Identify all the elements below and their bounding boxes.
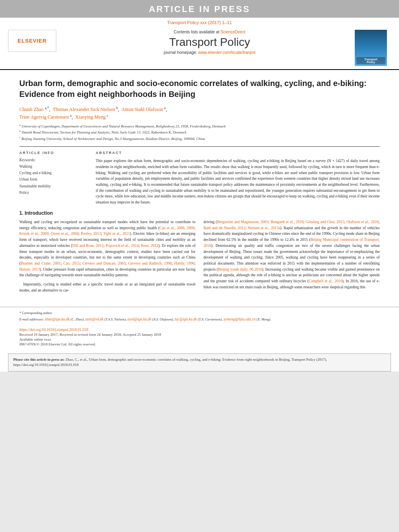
ref-bongardt[interactable]: Bongardt et al., 2010 — [271, 220, 304, 224]
contents-available: Contents lists available at ScienceDirec… — [68, 30, 351, 34]
email-nielsen[interactable]: tasn@vd.dk — [85, 317, 103, 321]
author-meng[interactable]: Xiaoying Meng — [75, 114, 106, 120]
ref-beijing-muni[interactable]: Beijing Municipal commission of Transpor… — [204, 238, 380, 248]
journal-issue: Transport Policy xxx (2017) 1–11 — [167, 20, 232, 25]
section-title-text: Introduction — [25, 210, 53, 216]
ref-pooley[interactable]: Pooley, 2013 — [81, 232, 101, 236]
email-meng[interactable]: xymeng@bjtu.edu.cn — [223, 317, 255, 321]
doi-area: https://doi.org/10.1016/j.tranpol.2018.0… — [0, 326, 399, 333]
intro-body: Walking and cycling are recognized as su… — [19, 219, 380, 297]
ref-campbell[interactable]: Campbell et al., 2016 — [309, 279, 342, 283]
header-area: ELSEVIER Contents lists available at Sci… — [0, 26, 399, 70]
homepage-text: journal homepage: — [164, 50, 198, 55]
ref-popovich[interactable]: Popovich et al., 2014 — [106, 244, 139, 248]
ref-rose[interactable]: Rose, 2012 — [141, 244, 158, 248]
citation-please: Please cite this article in press as: — [13, 357, 66, 362]
journal-cover-title: TransportPolicy — [356, 57, 385, 64]
contents-text: Contents lists available at — [174, 30, 220, 34]
col-article-info: ARTICLE INFO Keywords: Walking Cycling a… — [19, 151, 88, 205]
affiliation-b: b Danish Road Directorate, Section for P… — [19, 129, 380, 135]
ref-dill[interactable]: Dill and Rose, 2012 — [72, 244, 104, 248]
keyword-sustainable: Sustainable mobility — [19, 183, 88, 189]
elsevier-label: ELSEVIER — [18, 38, 47, 44]
intro-col-right: driving (Bergström and Magnusson, 2003; … — [204, 219, 380, 297]
ref-krizek[interactable]: Krizek et al., 2009 — [19, 232, 48, 236]
keyword-cycling: Cycling and e-biking — [19, 170, 88, 176]
author-carstensen[interactable]: Trine Agervig Carstensen — [19, 114, 69, 120]
doi-link[interactable]: https://doi.org/10.1016/j.tranpol.2018.0… — [19, 328, 88, 332]
keyword-urban-form: Urban form — [19, 176, 88, 183]
ref-horner[interactable]: Horner, 2013 — [19, 267, 40, 271]
author-nielsen[interactable]: Thomas Alexander Sick Nielsen — [53, 107, 115, 112]
available-line: Available online xxxx — [0, 337, 399, 341]
author-olafsson[interactable]: Anton Stahl Olafsson — [121, 107, 163, 112]
ref-nielsen[interactable]: Nielsen at al., 2013a — [248, 226, 280, 230]
intro-p1: Walking and cycling are recognized as su… — [19, 219, 195, 278]
keywords-label: Keywords: — [19, 158, 88, 162]
copyright-line: 0967-070X/© 2018 Elsevier Ltd. All right… — [0, 342, 399, 349]
ref-cervero[interactable]: Cervero and Duncan, 2003 — [82, 261, 125, 265]
ref-owen[interactable]: Owen et al., 2004 — [51, 232, 78, 236]
ref-gossling[interactable]: Gössling and Choi, 2015 — [306, 220, 344, 224]
header-left: ELSEVIER — [8, 30, 64, 52]
affiliations: a University of Copenhagen, Department o… — [19, 123, 380, 142]
abstract-text: This paper explores the urban form, demo… — [96, 158, 380, 205]
footnote-corresponding: * Corresponding author. — [19, 310, 380, 316]
email-label: E-mail addresses: — [19, 317, 45, 321]
email-zhao[interactable]: zhao@ign.ku.dk — [45, 317, 70, 321]
email-olafsson[interactable]: asol@ign.ku.dk — [128, 317, 151, 321]
keyword-walking: Walking — [19, 163, 88, 170]
journal-homepage: journal homepage: www.elsevier.com/locat… — [68, 50, 351, 55]
ref-cao2015[interactable]: Cao, 2015 — [64, 261, 80, 265]
page: ARTICLE IN PRESS Transport Policy xxx (2… — [0, 0, 399, 372]
science-direct-link[interactable]: ScienceDirect — [220, 30, 245, 34]
article-in-press-text: ARTICLE IN PRESS — [149, 4, 250, 14]
article-content: Urban form, demographic and socio-econom… — [0, 70, 399, 301]
received-line: Received 19 January 2017; Received in re… — [0, 333, 399, 337]
ref-tight[interactable]: Tight et al., 2011 — [103, 232, 130, 236]
affiliation-c: c Beijing Jiaotong University, School of… — [19, 136, 380, 142]
ref-boarnet[interactable]: Boarnet and Crane, 2001 — [21, 261, 61, 265]
ref-cao[interactable]: Cao et al., 2006, 2006 — [159, 226, 194, 230]
affiliation-a: a University of Copenhagen, Department o… — [19, 123, 380, 129]
footnotes-area: * Corresponding author. E-mail addresses… — [0, 307, 399, 326]
footnote-email: E-mail addresses: zhao@ign.ku.dk (C. Zha… — [19, 316, 380, 322]
keyword-policy: Policy — [19, 189, 88, 196]
email-line-text: E-mail addresses: zhao@ign.ku.dk (C. Zha… — [19, 317, 271, 321]
intro-p2: Importantly, cycling is studied either a… — [19, 281, 195, 293]
ref-handy[interactable]: Handy, 1996 — [174, 261, 194, 265]
introduction-section: 1. Introduction Walking and cycling are … — [19, 210, 380, 297]
journal-cover: TransportPolicy — [355, 30, 387, 66]
col-abstract: ABSTRACT This paper explores the urban f… — [96, 151, 380, 205]
citation-box: Please cite this article in press as: Zh… — [8, 353, 391, 372]
elsevier-logo: ELSEVIER — [8, 30, 56, 52]
header-center: Contents lists available at ScienceDirec… — [68, 30, 351, 55]
authors: Chunli Zhao a,*, Thomas Alexander Sick N… — [19, 105, 380, 121]
abstract-heading: ABSTRACT — [96, 151, 380, 155]
section-title-intro: 1. Introduction — [19, 210, 380, 216]
article-title: Urban form, demographic and socio-econom… — [19, 78, 380, 100]
article-in-press-banner: ARTICLE IN PRESS — [0, 0, 399, 18]
intro-col-left: Walking and cycling are recognized as su… — [19, 219, 195, 297]
author-zhao[interactable]: Chunli Zhao — [19, 107, 43, 112]
ref-cervero2[interactable]: Cervero and Radisch, 1996 — [128, 261, 172, 265]
article-info-abstract: ARTICLE INFO Keywords: Walking Cycling a… — [19, 146, 380, 205]
article-info-heading: ARTICLE INFO — [19, 151, 88, 155]
journal-title: Transport Policy — [68, 36, 351, 49]
header-right: TransportPolicy — [355, 30, 391, 66]
journal-info-line: Transport Policy xxx (2017) 1–11 — [0, 18, 399, 26]
email-carstensen[interactable]: tac@ign.ku.dk — [175, 317, 197, 321]
section-number: 1. — [19, 210, 23, 216]
homepage-url[interactable]: www.elsevier.com/locate/tranpol — [198, 50, 255, 55]
ref-olafsson[interactable]: Olafsson et al., 2016 — [346, 220, 378, 224]
ref-beijing-youth[interactable]: Beijing youth daily, 06.2016 — [218, 267, 262, 271]
intro-p3: driving (Bergström and Magnusson, 2003; … — [204, 219, 380, 290]
ref-bergstrom[interactable]: Bergström and Magnusson, 2003 — [217, 220, 269, 224]
ref-rabl[interactable]: Rabl and de Nazelle, 2012 — [204, 226, 245, 230]
